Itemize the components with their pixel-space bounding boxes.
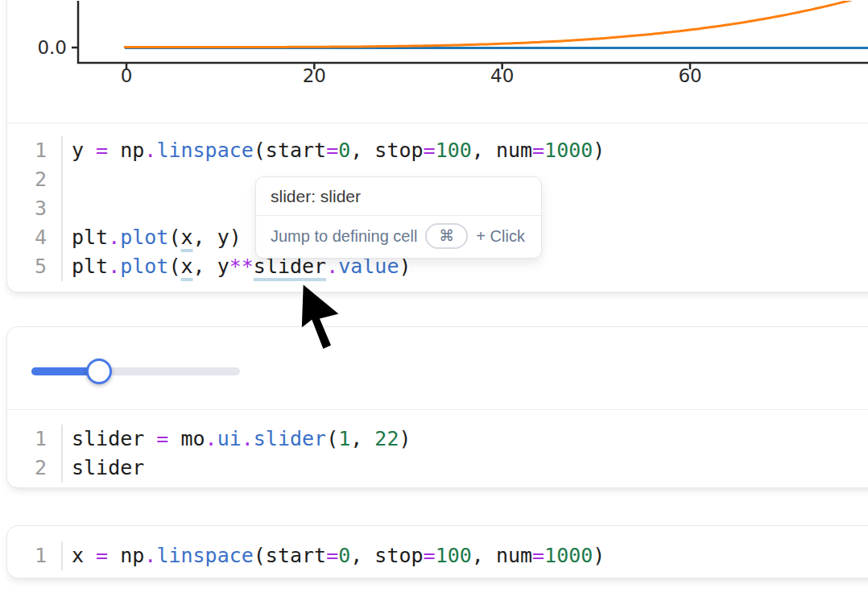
code-editor[interactable]: 1slider = mo.ui.slider(1, 22)2slider xyxy=(7,410,868,483)
code-token: slider xyxy=(254,427,326,450)
svg-text:20: 20 xyxy=(303,65,326,86)
code-token: plot xyxy=(120,226,168,249)
code-token: ** xyxy=(229,255,254,278)
cell-output-plot: 0.00204060 xyxy=(7,0,868,123)
code-token: mo xyxy=(168,427,205,450)
code-token: , stop xyxy=(350,544,423,567)
variable-reference[interactable]: 0 xyxy=(338,544,350,567)
code-line[interactable]: 1slider = mo.ui.slider(1, 22) xyxy=(7,425,868,454)
variable-reference[interactable]: 100 xyxy=(436,544,472,567)
code-token: , y xyxy=(193,255,229,278)
line-number: 1 xyxy=(7,425,63,454)
variable-reference[interactable]: 1000 xyxy=(544,544,593,567)
code-token: plt xyxy=(72,226,108,249)
code-token: y xyxy=(72,139,96,162)
code-token: = xyxy=(532,139,544,162)
code-token: = xyxy=(532,544,544,567)
line-number: 5 xyxy=(7,252,63,281)
svg-text:0: 0 xyxy=(121,65,133,86)
cell-output-slider xyxy=(7,327,868,410)
code-token: = xyxy=(156,427,168,450)
variable-reference[interactable]: 100 xyxy=(436,139,472,162)
tooltip-title: slider: slider xyxy=(256,177,541,216)
code-token: . xyxy=(108,255,120,278)
svg-text:0.0: 0.0 xyxy=(37,37,67,58)
line-number: 1 xyxy=(7,541,63,570)
code-text: x = np.linspace(start=0, stop=100, num=1… xyxy=(72,541,605,570)
code-token: plt xyxy=(72,255,108,278)
code-token: = xyxy=(326,544,338,567)
code-token: . xyxy=(205,427,217,450)
code-token: = xyxy=(424,544,436,567)
code-text: slider = mo.ui.slider(1, 22) xyxy=(72,425,411,454)
variable-tooltip: slider: slider Jump to defining cell ⌘ +… xyxy=(255,176,542,259)
variable-reference[interactable]: x xyxy=(181,226,193,249)
code-token: = xyxy=(96,544,108,567)
mouse-cursor-icon xyxy=(296,283,345,355)
code-line[interactable]: 1y = np.linspace(start=0, stop=100, num=… xyxy=(7,136,868,165)
code-token: plot xyxy=(120,255,168,278)
svg-text:40: 40 xyxy=(490,65,514,86)
code-token: , num xyxy=(472,139,532,162)
code-token: slider xyxy=(72,427,156,450)
code-token: = xyxy=(424,139,436,162)
line-number: 4 xyxy=(7,223,63,252)
code-text: y = np.linspace(start=0, stop=100, num=1… xyxy=(72,136,605,165)
code-token: ( xyxy=(168,255,180,278)
code-text: plt.plot(x, y) xyxy=(72,223,242,252)
slider-handle[interactable] xyxy=(86,359,112,384)
variable-reference[interactable]: 22 xyxy=(374,427,399,450)
code-token: ) xyxy=(593,139,605,162)
code-token: linspace xyxy=(156,139,253,162)
notebook-cell-x: 1x = np.linspace(start=0, stop=100, num=… xyxy=(6,525,868,578)
code-token: linspace xyxy=(156,544,253,567)
slider-track[interactable] xyxy=(31,367,240,375)
code-token: ) xyxy=(593,544,605,567)
code-token: = xyxy=(96,139,108,162)
code-token: ( xyxy=(326,427,338,450)
code-token: . xyxy=(144,544,156,567)
code-token: x xyxy=(72,544,96,567)
code-token: . xyxy=(242,427,254,450)
variable-reference[interactable]: x xyxy=(181,255,193,278)
variable-reference[interactable]: 0 xyxy=(338,139,350,162)
code-token: . xyxy=(144,139,156,162)
svg-text:60: 60 xyxy=(678,65,701,86)
code-token: np xyxy=(108,544,144,567)
variable-reference[interactable]: 1000 xyxy=(544,139,593,162)
code-token: slider xyxy=(72,456,144,479)
tooltip-action-label: Jump to defining cell xyxy=(271,227,417,246)
line-number: 1 xyxy=(7,136,63,165)
code-token: ( xyxy=(168,226,180,249)
code-line[interactable]: 1x = np.linspace(start=0, stop=100, num=… xyxy=(7,541,868,570)
code-editor[interactable]: 1x = np.linspace(start=0, stop=100, num=… xyxy=(7,526,868,570)
matplotlib-figure: 0.00204060 xyxy=(7,1,868,122)
variable-reference[interactable]: 1 xyxy=(338,427,350,450)
command-key-icon: ⌘ xyxy=(425,223,468,249)
code-text: slider xyxy=(72,454,144,483)
code-token: , stop xyxy=(350,139,423,162)
code-token: , y) xyxy=(193,226,242,249)
code-token: , xyxy=(350,427,374,450)
code-token: ) xyxy=(399,427,411,450)
notebook-cell-slider: 1slider = mo.ui.slider(1, 22)2slider xyxy=(6,326,868,488)
line-number: 2 xyxy=(7,454,63,483)
code-token: np xyxy=(108,139,144,162)
code-token: . xyxy=(108,226,120,249)
line-number: 2 xyxy=(7,165,63,194)
code-token: (start xyxy=(254,544,326,567)
tooltip-action-row: Jump to defining cell ⌘ + Click xyxy=(256,216,541,258)
code-token: , num xyxy=(472,544,532,567)
line-number: 3 xyxy=(7,194,63,223)
code-line[interactable]: 2slider xyxy=(7,454,868,483)
code-token: (start xyxy=(254,139,326,162)
code-token: ui xyxy=(217,427,242,450)
tooltip-action-suffix: + Click xyxy=(476,227,525,246)
code-token: = xyxy=(326,139,338,162)
